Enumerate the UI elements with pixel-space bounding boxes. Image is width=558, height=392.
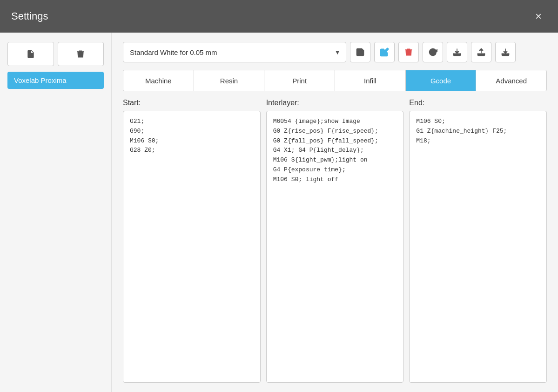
profile-row: Standard White for 0.05 mm Standard Whit…: [123, 42, 547, 62]
export-button[interactable]: [471, 42, 491, 62]
refresh-button[interactable]: [423, 42, 443, 62]
tab-resin[interactable]: Resin: [194, 70, 265, 91]
tab-print[interactable]: Print: [264, 70, 335, 91]
gcode-interlayer-column: Interlayer: M6054 {image};show Image G0 …: [266, 99, 404, 383]
close-button[interactable]: ×: [530, 8, 547, 25]
trash-icon: [76, 49, 85, 59]
window-title: Settings: [11, 10, 48, 22]
title-bar: Settings ×: [0, 0, 558, 33]
tab-infill[interactable]: Infill: [335, 70, 406, 91]
new-profile-button[interactable]: [7, 42, 54, 66]
interlayer-label: Interlayer:: [266, 99, 404, 107]
sidebar-actions: [7, 42, 104, 66]
start-label: Start:: [123, 99, 261, 107]
edit-button[interactable]: [374, 42, 395, 62]
pencil-icon: [380, 47, 389, 57]
save-profile-button[interactable]: [350, 42, 370, 62]
machine-button[interactable]: Voxelab Proxima: [7, 72, 104, 89]
start-code-textarea[interactable]: G21; G90; M106 S0; G28 Z0;: [123, 111, 261, 383]
tab-advanced[interactable]: Advanced: [476, 70, 546, 91]
export-icon: [477, 47, 486, 57]
sidebar: Voxelab Proxima: [0, 33, 112, 392]
new-icon: [26, 49, 35, 59]
delete-profile-button[interactable]: [58, 42, 104, 66]
gcode-section: Start: G21; G90; M106 S0; G28 Z0; Interl…: [123, 99, 547, 383]
content-area: Voxelab Proxima Standard White for 0.05 …: [0, 33, 558, 392]
download-button[interactable]: [447, 42, 467, 62]
interlayer-code-textarea[interactable]: M6054 {image};show Image G0 Z{rise_pos} …: [266, 111, 404, 383]
gcode-start-column: Start: G21; G90; M106 S0; G28 Z0;: [123, 99, 261, 383]
main-panel: Standard White for 0.05 mm Standard Whit…: [112, 33, 558, 392]
end-label: End:: [409, 99, 547, 107]
import-icon: [501, 47, 510, 57]
profile-select[interactable]: Standard White for 0.05 mm Standard Whit…: [123, 42, 346, 62]
import-button[interactable]: [495, 42, 516, 62]
end-code-textarea[interactable]: M106 S0; G1 Z{machine_height} F25; M18;: [409, 111, 547, 383]
settings-window: Settings ×: [0, 0, 558, 392]
delete-button[interactable]: [398, 42, 419, 62]
download-icon: [452, 47, 462, 57]
gcode-end-column: End: M106 S0; G1 Z{machine_height} F25; …: [409, 99, 547, 383]
tab-gcode[interactable]: Gcode: [406, 70, 477, 91]
delete-icon: [404, 47, 413, 57]
profile-select-wrapper: Standard White for 0.05 mm Standard Whit…: [123, 42, 346, 62]
tabs-row: Machine Resin Print Infill Gcode Advance…: [123, 70, 547, 91]
refresh-icon: [428, 47, 437, 57]
tab-machine[interactable]: Machine: [123, 70, 194, 91]
save-icon: [356, 47, 365, 57]
